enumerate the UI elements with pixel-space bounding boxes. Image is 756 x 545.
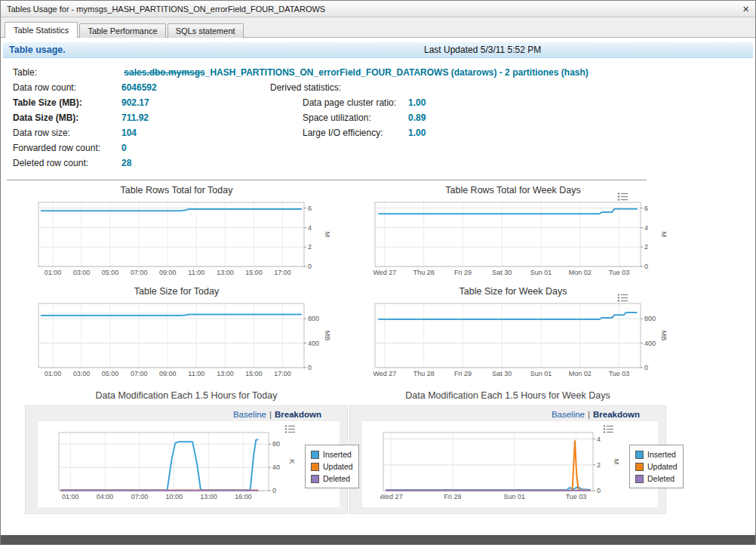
table-name-redacted: sales.dbo.mymsgs [124, 67, 204, 78]
view-links: Baseline|Breakdown [38, 408, 340, 421]
mod-week-chart: 024MWed 27Fri 29Sun 01Tue 03 [380, 429, 620, 504]
stat-row: Deleted row count:28 [13, 155, 270, 171]
legend-item-inserted: Inserted [311, 448, 353, 460]
data-row-count-value: 6046592 [121, 82, 157, 93]
section-header-bar: Table usage. Last Updated 5/3/11 5:52 PM [3, 42, 753, 58]
stat-row: Data Size (MB):711.92 [13, 110, 270, 125]
chart-menu-icon[interactable] [603, 423, 614, 437]
rows-today-cell: Table Rows Total for Today 0246M01:0003:… [8, 183, 345, 280]
svg-text:40: 40 [272, 463, 280, 471]
svg-text:17:00: 17:00 [274, 370, 291, 377]
svg-text:04:00: 04:00 [97, 493, 114, 500]
window-titlebar: Tables Usage for - mymsgs_HASH_PARTITION… [1, 1, 755, 17]
tab-table-performance[interactable]: Table Performance [79, 23, 165, 38]
svg-text:Thu 28: Thu 28 [413, 269, 435, 276]
tab-bar: Table Statistics Table Performance SQLs … [1, 17, 755, 38]
size-week-cell: Table Size for Week Days 0400800MBWed 27… [345, 285, 681, 381]
stat-row: Large I/O efficiency:1.00 [270, 125, 426, 140]
svg-text:2: 2 [597, 461, 601, 469]
deleted-row-count-value: 28 [121, 158, 131, 168]
svg-text:Wed 27: Wed 27 [373, 370, 396, 377]
svg-text:2: 2 [308, 243, 312, 251]
svg-text:0: 0 [308, 364, 312, 371]
mod-today-chart-area: 04080K01:0004:0007:0010:0013:0016:00 Ins… [38, 421, 340, 507]
mod-week-chart-area: 024MWed 27Fri 29Sun 01Tue 03 Inserted Up… [362, 421, 658, 507]
inserted-swatch [311, 451, 319, 459]
deleted-swatch [311, 475, 319, 483]
mod-today-title: Data Modification Each 1.5 Hours for Tod… [25, 390, 348, 405]
svg-text:400: 400 [644, 340, 656, 347]
chart-menu-icon[interactable] [284, 423, 296, 437]
svg-text:Fri 29: Fri 29 [454, 269, 472, 276]
svg-text:Tue 03: Tue 03 [609, 269, 630, 276]
tab-sqls-statement[interactable]: SQLs statement [167, 23, 244, 38]
rows-week-cell: Table Rows Total for Week Days 0246MWed … [345, 183, 681, 280]
svg-text:4: 4 [308, 224, 312, 232]
mod-week-title: Data Modification Each 1.5 Hours for Wee… [349, 390, 666, 405]
svg-text:MB: MB [660, 331, 668, 341]
baseline-link[interactable]: Baseline [233, 410, 266, 419]
mod-today-box: Baseline|Breakdown 04080K01:0004:0007:00… [25, 405, 348, 514]
svg-text:07:00: 07:00 [131, 493, 149, 500]
size-week-chart: 0400800MBWed 27Thu 28Fri 29Sat 30Sun 01M… [372, 300, 681, 381]
stat-row: Data row count:6046592 [13, 80, 270, 95]
updated-swatch [635, 463, 644, 471]
svg-text:09:00: 09:00 [159, 370, 177, 377]
table-statistics-panel: Table: sales.dbo.mymsgs_HASH_PARTITIONS_… [1, 58, 755, 171]
rows-today-chart: 0246M01:0003:0005:0007:0009:0011:0013:00… [35, 199, 345, 280]
svg-text:4: 4 [644, 224, 648, 232]
svg-text:07:00: 07:00 [131, 269, 148, 276]
table-name-rest: _HASH_PARTITIONS_ON_errorField_FOUR_DATA… [205, 67, 589, 78]
deleted-swatch [635, 475, 644, 483]
svg-text:MB: MB [324, 331, 331, 341]
window-bottom-strip [1, 535, 755, 544]
charts-grid: Table Rows Total for Today 0246M01:0003:… [1, 183, 755, 381]
svg-text:10:00: 10:00 [165, 493, 183, 500]
svg-text:15:00: 15:00 [245, 269, 263, 276]
svg-text:6: 6 [644, 205, 648, 212]
size-today-chart: 0400800MB01:0003:0005:0007:0009:0011:001… [35, 300, 345, 381]
svg-text:0: 0 [644, 364, 648, 371]
large-io-efficiency-value: 1.00 [408, 128, 426, 138]
table-label: Table: [13, 65, 121, 80]
svg-text:Mon 02: Mon 02 [569, 269, 592, 276]
close-icon[interactable]: × [742, 3, 749, 14]
table-name-value: sales.dbo.mymsgs_HASH_PARTITIONS_ON_erro… [124, 67, 588, 78]
chart-menu-icon[interactable] [617, 191, 628, 205]
svg-text:Sun 01: Sun 01 [504, 493, 526, 500]
svg-text:03:00: 03:00 [73, 370, 91, 377]
links-separator: | [269, 410, 272, 419]
breakdown-link[interactable]: Breakdown [593, 410, 640, 419]
tab-table-statistics[interactable]: Table Statistics [5, 22, 78, 38]
data-row-size-value: 104 [121, 128, 137, 138]
svg-text:0: 0 [272, 487, 276, 494]
breakdown-link[interactable]: Breakdown [275, 410, 321, 419]
svg-text:Thu 28: Thu 28 [413, 370, 435, 377]
svg-text:01:00: 01:00 [45, 269, 62, 276]
svg-text:09:00: 09:00 [159, 269, 177, 276]
baseline-link[interactable]: Baseline [552, 410, 585, 419]
svg-text:Tue 03: Tue 03 [609, 370, 630, 377]
svg-text:4: 4 [597, 436, 601, 443]
svg-text:01:00: 01:00 [45, 370, 62, 377]
svg-text:11:00: 11:00 [188, 370, 204, 377]
svg-text:05:00: 05:00 [102, 370, 119, 377]
svg-text:800: 800 [308, 315, 319, 322]
svg-text:Fri 29: Fri 29 [444, 493, 461, 500]
legend-item-deleted: Deleted [311, 473, 353, 485]
stat-row: Table Size (MB):902.17 [13, 95, 270, 110]
inserted-swatch [635, 451, 644, 459]
rows-week-chart: 0246MWed 27Thu 28Fri 29Sat 30Sun 01Mon 0… [372, 199, 681, 280]
series-legend: Inserted Updated Deleted [629, 445, 684, 488]
links-separator: | [588, 410, 590, 419]
updated-swatch [311, 463, 319, 471]
mod-today-panel: Data Modification Each 1.5 Hours for Tod… [25, 390, 348, 514]
data-modification-section: Data Modification Each 1.5 Hours for Tod… [1, 390, 755, 514]
svg-text:M: M [324, 232, 331, 238]
series-legend: Inserted Updated Deleted [305, 445, 359, 488]
chart-menu-icon[interactable] [617, 292, 628, 306]
cluster-ratio-value: 1.00 [408, 97, 426, 108]
svg-text:17:00: 17:00 [274, 269, 291, 276]
forwarded-row-count-value: 0 [121, 143, 127, 153]
svg-text:6: 6 [308, 205, 312, 212]
